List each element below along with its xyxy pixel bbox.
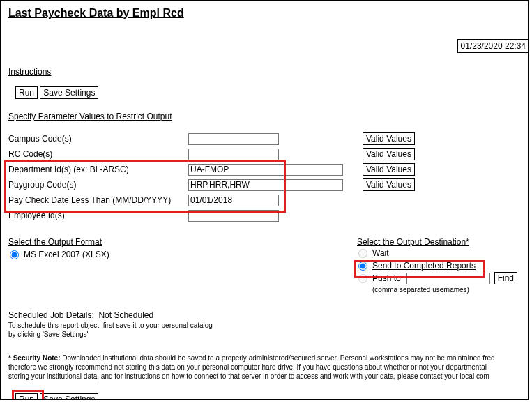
output-format-xlsx-radio[interactable] [10, 250, 19, 259]
output-format-header[interactable]: Select the Output Format [8, 237, 102, 247]
instructions-link[interactable]: Instructions [8, 67, 51, 77]
rc-code-input[interactable] [188, 149, 279, 160]
page-title: Last Paycheck Data by Empl Rcd [8, 7, 524, 20]
timestamp: 01/23/2020 22:34 [457, 39, 529, 53]
output-dest-push-radio[interactable] [358, 274, 367, 283]
run-button-bottom[interactable]: Run [15, 393, 38, 400]
valid-values-rc[interactable]: Valid Values [363, 148, 415, 160]
push-to-note: (comma separated usernames) [372, 286, 524, 294]
output-dest-push-label[interactable]: Push to [372, 273, 401, 283]
output-dest-send-radio[interactable] [358, 261, 367, 271]
campus-code-label: Campus Code(s) [8, 134, 188, 144]
security-note-line2: therefore we strongly recommend not stor… [8, 363, 524, 372]
department-id-input[interactable] [188, 164, 343, 176]
paygroup-code-input[interactable] [188, 179, 343, 191]
parameter-section-header[interactable]: Specify Parameter Values to Restrict Out… [8, 112, 172, 121]
scheduled-help-2: by clicking 'Save Settings' [8, 330, 524, 338]
department-id-label: Department Id(s) (ex: BL-ARSC) [8, 165, 188, 174]
employee-id-label: Employee Id(s) [8, 211, 188, 220]
paycheck-date-input[interactable] [188, 195, 279, 206]
rc-code-label: RC Code(s) [8, 149, 188, 159]
scheduled-job-value: Not Scheduled [98, 310, 153, 320]
push-to-input[interactable] [406, 273, 490, 284]
paygroup-code-label: Paygroup Code(s) [8, 180, 188, 190]
run-button-top[interactable]: Run [15, 86, 38, 99]
output-dest-wait-label[interactable]: Wait [372, 248, 389, 258]
campus-code-input[interactable] [188, 133, 279, 145]
employee-id-input[interactable] [188, 210, 279, 222]
output-format-xlsx-label: MS Excel 2007 (XLSX) [24, 250, 109, 259]
security-note-line1: Downloaded institutional data should be … [62, 354, 494, 362]
paycheck-date-label: Pay Check Date Less Than (MM/DD/YYYY) [8, 195, 188, 205]
find-button[interactable]: Find [494, 272, 517, 284]
valid-values-campus[interactable]: Valid Values [363, 132, 415, 145]
save-settings-button-bottom[interactable]: Save Settings [40, 393, 98, 400]
security-note-line3: storing your institutional data, and for… [8, 372, 524, 381]
valid-values-paygroup[interactable]: Valid Values [363, 178, 415, 191]
valid-values-dept[interactable]: Valid Values [363, 163, 415, 176]
scheduled-help-1: To schedule this report object, first sa… [8, 321, 524, 329]
output-dest-send-label[interactable]: Send to Completed Reports [372, 261, 476, 271]
output-destination-header[interactable]: Select the Output Destination* [357, 237, 469, 247]
security-note-label: * Security Note: [8, 354, 60, 362]
scheduled-job-link[interactable]: Scheduled Job Details: [8, 310, 94, 320]
output-dest-wait-radio[interactable] [358, 249, 367, 258]
save-settings-button-top[interactable]: Save Settings [40, 86, 98, 99]
